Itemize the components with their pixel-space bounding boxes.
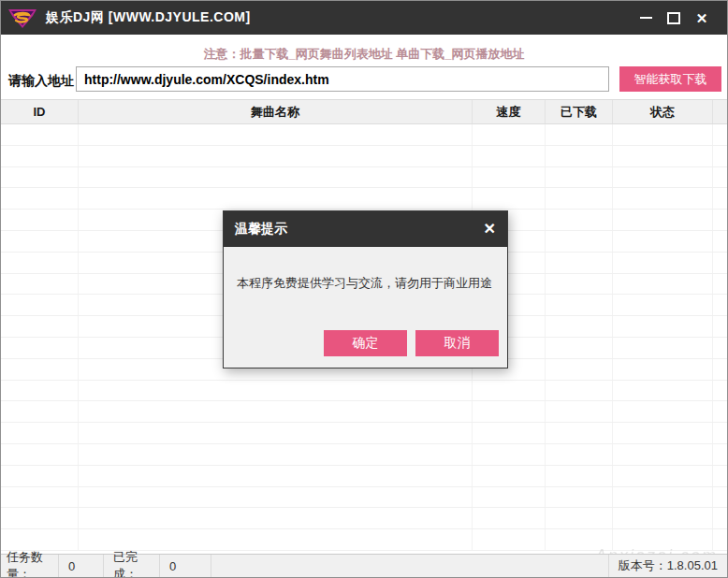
- table-cell: [546, 401, 613, 422]
- table-cell: [1, 401, 79, 422]
- dialog-title: 温馨提示: [235, 221, 484, 238]
- column-header-status[interactable]: 状态: [613, 100, 713, 123]
- dialog-buttons: 确定 取消: [324, 330, 499, 356]
- table-cell: [79, 381, 473, 401]
- table-row[interactable]: [1, 529, 727, 551]
- table-cell: [79, 423, 473, 443]
- table-cell: [473, 167, 546, 188]
- maximize-icon: [667, 12, 680, 24]
- table-cell: [473, 444, 546, 465]
- close-button[interactable]: ✕: [688, 6, 716, 30]
- table-cell: [79, 188, 473, 209]
- app-window: 娱乐DJ网 [WWW.DJYULE.COM] ✕ 注意：批量下载_网页舞曲列表地…: [0, 0, 728, 578]
- maximize-button[interactable]: [660, 6, 688, 30]
- column-header-song-name[interactable]: 舞曲名称: [79, 100, 473, 123]
- table-cell: [546, 487, 613, 508]
- table-cell: [713, 401, 727, 422]
- table-cell: [613, 423, 713, 443]
- dialog-close-icon[interactable]: ✕: [484, 222, 496, 237]
- table-cell: [79, 444, 473, 465]
- table-cell: [1, 466, 79, 486]
- table-cell: [473, 381, 546, 401]
- column-header-downloaded[interactable]: 已下载: [546, 100, 613, 123]
- table-cell: [79, 401, 473, 422]
- table-row[interactable]: [1, 487, 727, 509]
- app-logo-icon: [7, 7, 37, 29]
- table-row[interactable]: [1, 444, 727, 466]
- table-cell: [613, 253, 713, 273]
- table-cell: [546, 508, 613, 528]
- cancel-button[interactable]: 取消: [415, 330, 499, 356]
- table-row[interactable]: [1, 124, 727, 146]
- table-cell: [1, 231, 79, 252]
- table-row[interactable]: [1, 466, 727, 487]
- table-cell: [713, 295, 727, 315]
- table-cell: [546, 359, 613, 380]
- table-row[interactable]: [1, 508, 727, 529]
- table-cell: [713, 423, 727, 443]
- reminder-dialog: 温馨提示 ✕ 本程序免费提供学习与交流，请勿用于商业用途 确定 取消: [223, 210, 508, 368]
- table-cell: [1, 529, 79, 550]
- table-row[interactable]: [1, 381, 727, 402]
- table-cell: [713, 529, 727, 550]
- table-cell: [546, 253, 613, 273]
- status-bar: 任务数量： 0 已完成： 0 版本号：1.8.05.01: [1, 554, 727, 577]
- table-cell: [473, 487, 546, 508]
- table-cell: [613, 381, 713, 401]
- table-row[interactable]: [1, 146, 727, 167]
- ok-button[interactable]: 确定: [324, 330, 407, 356]
- table-cell: [613, 508, 713, 528]
- table-cell: [1, 274, 79, 295]
- notice-text: 注意：批量下载_网页舞曲列表地址 单曲下载_网页播放地址: [1, 46, 727, 63]
- table-cell: [546, 210, 613, 230]
- table-cell: [473, 423, 546, 443]
- smart-fetch-download-button[interactable]: 智能获取下载: [619, 66, 721, 92]
- table-cell: [713, 359, 727, 380]
- table-cell: [473, 508, 546, 528]
- table-cell: [613, 124, 713, 145]
- statusbar-spacer: [211, 555, 608, 577]
- table-cell: [1, 381, 79, 401]
- table-cell: [613, 444, 713, 465]
- column-header-speed[interactable]: 速度: [473, 100, 546, 123]
- table-row[interactable]: [1, 401, 727, 423]
- table-cell: [1, 167, 79, 188]
- column-header-spare: [713, 100, 727, 123]
- table-cell: [1, 338, 79, 358]
- table-cell: [1, 253, 79, 273]
- table-cell: [1, 423, 79, 443]
- table-cell: [713, 146, 727, 166]
- task-count-value: 0: [59, 555, 104, 577]
- table-row[interactable]: [1, 188, 727, 210]
- dialog-message: 本程序免费提供学习与交流，请勿用于商业用途: [237, 275, 494, 292]
- table-cell: [1, 444, 79, 465]
- table-cell: [613, 188, 713, 209]
- minimize-button[interactable]: [632, 6, 660, 30]
- table-cell: [473, 146, 546, 166]
- column-header-id[interactable]: ID: [1, 100, 79, 123]
- table-row[interactable]: [1, 423, 727, 444]
- table-cell: [79, 487, 473, 508]
- dialog-title-bar: 温馨提示 ✕: [224, 211, 507, 247]
- table-cell: [613, 401, 713, 422]
- table-header: ID 舞曲名称 速度 已下载 状态: [1, 100, 727, 124]
- table-cell: [613, 316, 713, 337]
- table-cell: [613, 274, 713, 295]
- table-cell: [546, 167, 613, 188]
- table-cell: [613, 529, 713, 550]
- table-row[interactable]: [1, 167, 727, 189]
- table-cell: [713, 466, 727, 486]
- table-cell: [79, 146, 473, 166]
- table-cell: [713, 210, 727, 230]
- table-cell: [1, 359, 79, 380]
- table-cell: [546, 423, 613, 443]
- address-input[interactable]: [76, 66, 609, 92]
- table-cell: [473, 188, 546, 209]
- table-cell: [613, 210, 713, 230]
- table-cell: [1, 316, 79, 337]
- table-cell: [713, 444, 727, 465]
- table-cell: [613, 295, 713, 315]
- table-cell: [79, 466, 473, 486]
- table-cell: [546, 295, 613, 315]
- table-cell: [546, 146, 613, 166]
